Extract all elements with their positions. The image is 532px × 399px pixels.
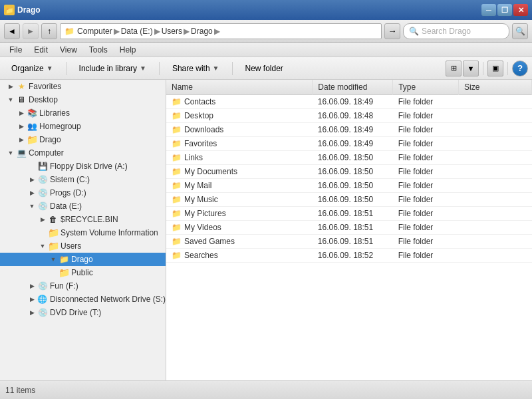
maximize-button[interactable]: ❐ bbox=[497, 4, 512, 16]
address-go-button[interactable]: → bbox=[384, 23, 400, 39]
file-folder-icon: 📁 bbox=[172, 181, 182, 190]
dvd-icon: 💿 bbox=[37, 307, 48, 318]
view-down-button[interactable]: ▼ bbox=[463, 61, 479, 76]
search-box[interactable]: 🔍 Search Drago bbox=[403, 23, 509, 39]
tree-item-drago-selected[interactable]: ▼ 📁 Drago bbox=[0, 253, 166, 266]
tree-item-users[interactable]: ▼ 📁 Users bbox=[0, 239, 166, 253]
tree-label-sysvolinfo: System Volume Information bbox=[61, 228, 158, 237]
menu-file[interactable]: File bbox=[4, 44, 27, 56]
expand-icon: ▼ bbox=[27, 201, 37, 211]
tree-item-public[interactable]: 📁 Public bbox=[0, 266, 166, 279]
file-folder-icon: 📁 bbox=[172, 125, 182, 134]
table-row[interactable]: 📁My Pictures 16.06.09. 18:51 File folder bbox=[166, 207, 532, 221]
tree-label-data-e: Data (E:) bbox=[50, 201, 82, 211]
recycle-icon: 🗑 bbox=[48, 214, 59, 225]
table-row[interactable]: 📁Links 16.06.09. 18:50 File folder bbox=[166, 151, 532, 165]
tree-label-fun-f: Fun (F:) bbox=[50, 281, 78, 291]
view-icon-button[interactable]: ⊞ bbox=[446, 61, 462, 76]
file-folder-icon: 📁 bbox=[172, 251, 182, 260]
expand-icon: ▶ bbox=[16, 134, 27, 145]
folder-icon: 📁 bbox=[27, 134, 37, 145]
help-button[interactable]: ? bbox=[512, 61, 528, 76]
organize-button[interactable]: Organize ▼ bbox=[4, 60, 61, 77]
file-size bbox=[459, 151, 532, 165]
col-header-type[interactable]: Type bbox=[393, 80, 459, 95]
file-type: File folder bbox=[393, 123, 459, 137]
table-row[interactable]: 📁My Mail 16.06.09. 18:50 File folder bbox=[166, 179, 532, 193]
disk-f-icon: 💿 bbox=[37, 281, 48, 291]
path-segment-data: Data (E:) bbox=[121, 27, 153, 36]
tree-label-drago: Drago bbox=[71, 255, 93, 264]
folder-drago-icon: 📁 bbox=[59, 254, 69, 265]
table-row[interactable]: 📁Desktop 16.06.09. 18:48 File folder bbox=[166, 109, 532, 123]
tree-item-progs-d[interactable]: ▶ 💿 Progs (D:) bbox=[0, 186, 166, 200]
menu-tools[interactable]: Tools bbox=[84, 44, 113, 56]
tree-item-sistem-c[interactable]: ▶ 💿 Sistem (C:) bbox=[0, 173, 166, 186]
expand-icon: ▶ bbox=[37, 214, 48, 225]
file-folder-icon: 📁 bbox=[172, 111, 182, 120]
tree-item-dvd-t[interactable]: ▶ 💿 DVD Drive (T:) bbox=[0, 306, 166, 319]
file-folder-icon: 📁 bbox=[172, 223, 182, 232]
col-header-date[interactable]: Date modified bbox=[313, 80, 393, 95]
table-row[interactable]: 📁Searches 16.06.09. 18:52 File folder bbox=[166, 249, 532, 263]
menu-view[interactable]: View bbox=[55, 44, 82, 56]
file-size bbox=[459, 179, 532, 193]
disk-d-icon: 💿 bbox=[37, 188, 48, 198]
file-name: 📁Favorites bbox=[166, 137, 313, 151]
tree-label-sistem-c: Sistem (C:) bbox=[50, 175, 90, 184]
tree-item-network-s[interactable]: ▶ 🌐 Disconnected Network Drive (S:) bbox=[0, 293, 166, 306]
table-row[interactable]: 📁My Videos 16.06.09. 18:51 File folder bbox=[166, 221, 532, 235]
tree-item-floppy[interactable]: 💾 Floppy Disk Drive (A:) bbox=[0, 160, 166, 173]
tree-label-public: Public bbox=[71, 268, 93, 277]
table-row[interactable]: 📁My Documents 16.06.09. 18:50 File folde… bbox=[166, 165, 532, 179]
file-size bbox=[459, 235, 532, 249]
col-header-size[interactable]: Size bbox=[459, 80, 532, 95]
table-row[interactable]: 📁Contacts 16.06.09. 18:49 File folder bbox=[166, 95, 532, 109]
table-row[interactable]: 📁My Music 16.06.09. 18:50 File folder bbox=[166, 193, 532, 207]
table-row[interactable]: 📁Favorites 16.06.09. 18:49 File folder bbox=[166, 137, 532, 151]
right-panel: Name Date modified Type Size 📁Contacts 1… bbox=[166, 80, 532, 380]
tree-item-drago-desktop[interactable]: ▶ 📁 Drago bbox=[0, 133, 166, 146]
search-button[interactable]: 🔍 bbox=[512, 23, 528, 39]
include-library-label: Include in library bbox=[79, 64, 137, 73]
status-bar: 11 items bbox=[0, 380, 532, 399]
expand-icon: ▶ bbox=[27, 281, 37, 291]
file-type: File folder bbox=[393, 207, 459, 221]
menu-help[interactable]: Help bbox=[114, 44, 142, 56]
address-path[interactable]: 📁 Computer ▶ Data (E:) ▶ Users ▶ Drago ▶ bbox=[60, 23, 382, 39]
minimize-button[interactable]: ─ bbox=[481, 4, 496, 16]
back-button[interactable]: ◄ bbox=[4, 23, 20, 39]
file-folder-icon: 📁 bbox=[172, 97, 182, 106]
title-controls: ─ ❐ ✕ bbox=[481, 4, 528, 16]
tree-item-fun-f[interactable]: ▶ 💿 Fun (F:) bbox=[0, 279, 166, 293]
tree-item-recycle[interactable]: ▶ 🗑 $RECYCLE.BIN bbox=[0, 213, 166, 226]
new-folder-label: New folder bbox=[245, 64, 283, 73]
tree-label-network-s: Disconnected Network Drive (S:) bbox=[50, 295, 166, 304]
share-with-button[interactable]: Share with ▼ bbox=[165, 60, 227, 77]
col-header-name[interactable]: Name bbox=[166, 80, 313, 95]
forward-button[interactable]: ► bbox=[23, 23, 39, 39]
tree-item-computer[interactable]: ▼ 💻 Computer bbox=[0, 146, 166, 160]
file-type: File folder bbox=[393, 221, 459, 235]
file-name: 📁Saved Games bbox=[166, 235, 313, 249]
tree-item-sysvolinfo[interactable]: 📁 System Volume Information bbox=[0, 226, 166, 239]
close-button[interactable]: ✕ bbox=[513, 4, 528, 16]
menu-edit[interactable]: Edit bbox=[29, 44, 53, 56]
file-type: File folder bbox=[393, 151, 459, 165]
tree-item-libraries[interactable]: ▶ 📚 Libraries bbox=[0, 106, 166, 120]
file-folder-icon: 📁 bbox=[172, 139, 182, 148]
file-name: 📁My Music bbox=[166, 193, 313, 207]
up-button[interactable]: ↑ bbox=[41, 23, 57, 39]
tree-item-favorites[interactable]: ▶ ★ Favorites bbox=[0, 80, 166, 93]
new-folder-button[interactable]: New folder bbox=[238, 60, 291, 77]
include-library-button[interactable]: Include in library ▼ bbox=[72, 60, 154, 77]
expand-icon: ▶ bbox=[27, 174, 37, 185]
table-row[interactable]: 📁Saved Games 16.06.09. 18:51 File folder bbox=[166, 235, 532, 249]
file-date: 16.06.09. 18:51 bbox=[313, 221, 393, 235]
tree-item-data-e[interactable]: ▼ 💿 Data (E:) bbox=[0, 200, 166, 213]
file-type: File folder bbox=[393, 249, 459, 263]
tree-item-homegroup[interactable]: ▶ 👥 Homegroup bbox=[0, 120, 166, 133]
table-row[interactable]: 📁Downloads 16.06.09. 18:49 File folder bbox=[166, 123, 532, 137]
preview-pane-button[interactable]: ▣ bbox=[487, 61, 503, 76]
tree-item-desktop[interactable]: ▼ 🖥 Desktop bbox=[0, 93, 166, 106]
